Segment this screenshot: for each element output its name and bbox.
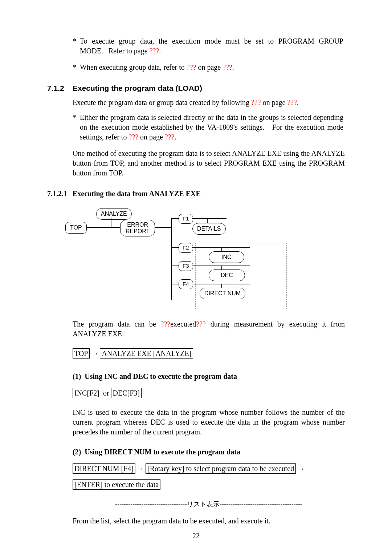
section-title: Executing the data from ANALYZE EXE	[73, 190, 201, 198]
sub1-keys: INC[F2] or DEC[F3]	[73, 385, 345, 401]
last-paragraph: From the list, select the program data t…	[73, 516, 345, 526]
section-title: Executing the program data (LOAD)	[73, 83, 202, 93]
sub2-title: (2) Using DIRECT NUM to execute the prog…	[73, 447, 345, 457]
asterisk: *	[73, 113, 80, 122]
node-direct-num: DIRECT NUM	[200, 288, 245, 299]
node-top: TOP	[65, 222, 87, 234]
section-7121-heading: 7.1.2.1Executing the data from ANALYZE E…	[47, 189, 345, 199]
node-f2: F2	[179, 243, 193, 252]
sub2-steps: DIRECT NUM [F4]→[Rotary key] to select p…	[73, 461, 345, 493]
or-text: or	[101, 389, 111, 397]
flow-diagram: TOP ANALYZE ERRORREPORT F1 DETAILS F2 IN…	[65, 207, 301, 312]
node-analyze: ANALYZE	[96, 208, 132, 220]
exec-paragraph: The program data can be ???executed??? d…	[73, 319, 345, 339]
nav-step-1: TOP→ANALYZE EXE [ANALYZE]	[73, 345, 345, 361]
key-direct-num: DIRECT NUM [F4]	[73, 463, 135, 474]
sec712-p1: Execute the program data or group data c…	[73, 98, 345, 108]
asterisk: *	[73, 36, 80, 46]
sub1-paragraph: INC is used to execute the data in the p…	[73, 408, 345, 437]
sec712-p2: One method of executing the program data…	[73, 149, 345, 178]
asterisk: *	[73, 62, 80, 72]
page-number: 22	[47, 531, 345, 541]
section-number: 7.1.2	[47, 83, 73, 93]
node-error-report: ERRORREPORT	[120, 220, 155, 236]
note-1: *To execute group data, the execution mo…	[73, 36, 345, 56]
arrow-icon: →	[90, 349, 100, 357]
crossref: ???	[128, 133, 138, 141]
markup-ref: ???	[161, 320, 171, 328]
node-details: DETAILS	[192, 223, 226, 235]
node-f3: F3	[179, 261, 193, 271]
crossref: ???	[187, 63, 196, 71]
section-712-heading: 7.1.2 Executing the program data (LOAD)	[47, 83, 345, 93]
step-enter: [ENTER] to execute the data	[73, 479, 160, 490]
step-analyze-exe: ANALYZE EXE [ANALYZE]	[100, 348, 193, 358]
arrow-icon: →	[135, 465, 146, 473]
node-dec: DEC	[209, 270, 245, 281]
page-ref: ???	[287, 98, 297, 106]
page-ref: ???	[150, 47, 159, 55]
note-1-text: To execute group data, the execution mod…	[80, 36, 343, 56]
node-inc: INC	[209, 251, 244, 263]
arrow-icon: →	[296, 465, 306, 473]
note-2: *When executing group data, refer to ???…	[73, 62, 345, 72]
node-error-report-text: ERRORREPORT	[126, 222, 150, 234]
key-dec: DEC[F3]	[111, 388, 142, 398]
list-divider: ---------------------------------リスト表示--…	[73, 500, 345, 509]
step-rotary: [Rotary key] to select program data to b…	[146, 463, 296, 474]
sec712-bullet: *Either the program data is selected dir…	[73, 113, 345, 142]
key-inc: INC[F2]	[73, 388, 101, 398]
note-2-text: When executing group data, refer to ??? …	[80, 62, 343, 72]
step-top: TOP	[73, 348, 90, 358]
sec712-bullet-text: Either the program data is selected dire…	[80, 113, 343, 142]
page-ref: ???	[222, 63, 232, 71]
node-f4: F4	[179, 279, 193, 289]
markup-ref: ???	[196, 320, 206, 328]
crossref: ???	[251, 98, 261, 106]
section-number: 7.1.2.1	[47, 189, 73, 199]
sub1-title: (1) Using INC and DEC to execute the pro…	[73, 372, 345, 381]
page-ref: ???	[165, 133, 175, 141]
node-f1: F1	[179, 214, 193, 223]
